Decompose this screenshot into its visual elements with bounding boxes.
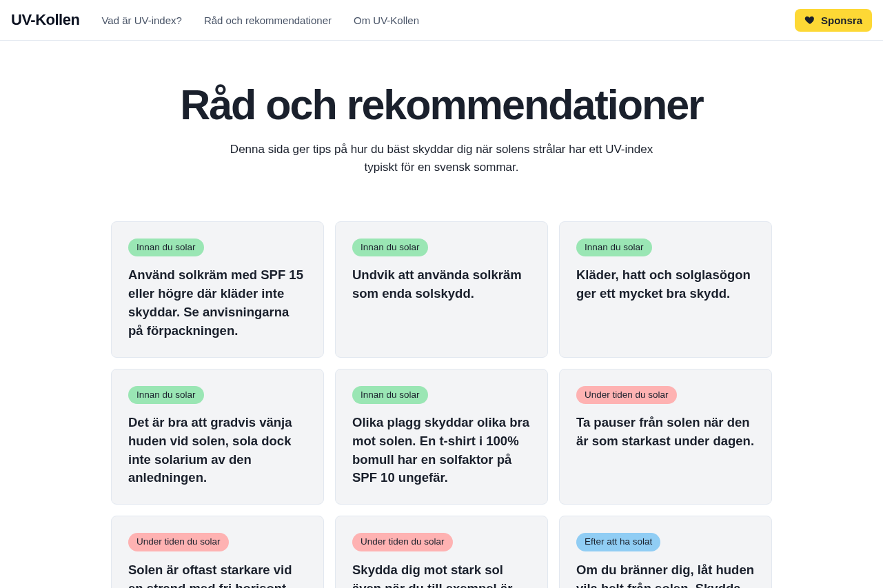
phase-badge: Innan du solar bbox=[128, 386, 204, 405]
phase-badge: Innan du solar bbox=[576, 239, 652, 257]
page-title: Råd och rekommendationer bbox=[11, 82, 872, 128]
page-subtitle: Denna sida ger tips på hur du bäst skydd… bbox=[214, 141, 669, 177]
phase-badge: Innan du solar bbox=[352, 239, 428, 257]
recommendation-card: Innan du solarAnvänd solkräm med SPF 15 … bbox=[111, 221, 324, 358]
hero-section: Råd och rekommendationer Denna sida ger … bbox=[0, 41, 883, 202]
nav-link-uv-index[interactable]: Vad är UV-index? bbox=[101, 14, 181, 26]
phase-badge: Innan du solar bbox=[128, 239, 204, 257]
recommendation-card: Under tiden du solarSkydda dig mot stark… bbox=[335, 516, 548, 588]
recommendations-grid: Innan du solarAnvänd solkräm med SPF 15 … bbox=[111, 221, 772, 588]
sponsor-button[interactable]: Sponsra bbox=[795, 9, 872, 32]
primary-nav: Vad är UV-index? Råd och rekommendatione… bbox=[101, 14, 441, 26]
nav-link-recommendations[interactable]: Råd och rekommendationer bbox=[204, 14, 332, 26]
sponsor-button-label: Sponsra bbox=[821, 14, 862, 26]
phase-badge: Under tiden du solar bbox=[352, 533, 453, 551]
recommendation-text: Undvik att använda solkräm som enda sols… bbox=[352, 266, 531, 303]
recommendation-text: Om du bränner dig, låt huden vila helt f… bbox=[576, 561, 755, 588]
phase-badge: Innan du solar bbox=[352, 386, 428, 405]
recommendation-text: Kläder, hatt och solglasögon ger ett myc… bbox=[576, 266, 755, 303]
recommendation-text: Använd solkräm med SPF 15 eller högre dä… bbox=[128, 266, 307, 340]
recommendation-card: Innan du solarOlika plagg skyddar olika … bbox=[335, 369, 548, 505]
recommendation-card: Efter att ha solatOm du bränner dig, låt… bbox=[559, 516, 772, 588]
phase-badge: Under tiden du solar bbox=[576, 386, 677, 405]
nav-link-about[interactable]: Om UV-Kollen bbox=[354, 14, 419, 26]
site-header: UV-Kollen Vad är UV-index? Råd och rekom… bbox=[0, 0, 883, 41]
brand-logo[interactable]: UV-Kollen bbox=[11, 11, 79, 29]
recommendation-card: Innan du solarUndvik att använda solkräm… bbox=[335, 221, 548, 358]
recommendation-card: Under tiden du solarSolen är oftast star… bbox=[111, 516, 324, 588]
recommendation-text: Olika plagg skyddar olika bra mot solen.… bbox=[352, 414, 531, 487]
header-left: UV-Kollen Vad är UV-index? Råd och rekom… bbox=[11, 11, 441, 29]
phase-badge: Under tiden du solar bbox=[128, 533, 229, 551]
recommendation-text: Skydda dig mot stark sol även när du til… bbox=[352, 561, 531, 588]
recommendation-text: Det är bra att gradvis vänja huden vid s… bbox=[128, 414, 307, 487]
heart-icon bbox=[804, 14, 815, 26]
recommendation-card: Innan du solarDet är bra att gradvis vän… bbox=[111, 369, 324, 505]
recommendation-text: Ta pauser från solen när den är som star… bbox=[576, 414, 755, 451]
recommendation-card: Under tiden du solarTa pauser från solen… bbox=[559, 369, 772, 505]
recommendation-text: Solen är oftast starkare vid en strand m… bbox=[128, 561, 307, 588]
recommendation-card: Innan du solarKläder, hatt och solglasög… bbox=[559, 221, 772, 358]
phase-badge: Efter att ha solat bbox=[576, 533, 660, 551]
